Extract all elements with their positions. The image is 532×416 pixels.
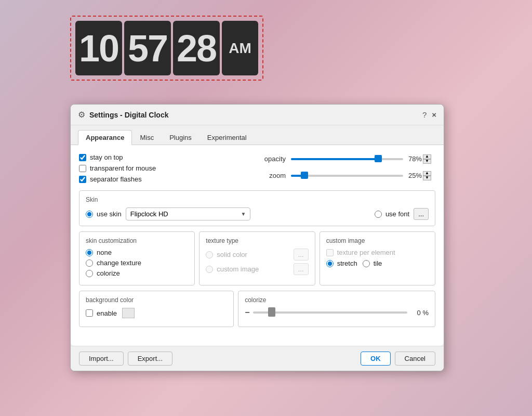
texture-custom-image-radio [206, 266, 213, 273]
use-skin-radio-row: use skin [86, 210, 122, 218]
opacity-spinner-down[interactable]: ▼ [423, 159, 431, 164]
colorize-thumb[interactable] [268, 307, 275, 317]
skin-row: use skin Flipclock HD ▼ use font ... [86, 207, 429, 220]
tile-radio-row: tile [363, 259, 382, 267]
bottom-row: background color enable colorize − 0 % [79, 291, 435, 332]
dialog-title: Settings - Digital Clock [89, 111, 422, 119]
font-dots-button[interactable]: ... [414, 208, 429, 220]
colorize-value: 0 % [410, 309, 429, 317]
sliders-column: opacity 78% ▲ ▼ zoom [257, 154, 435, 186]
transparent-mouse-checkbox[interactable] [79, 165, 86, 172]
texture-solid-dots-button: ... [294, 249, 309, 261]
settings-gear-icon: ⚙ [78, 110, 85, 120]
tile-label: tile [374, 259, 382, 267]
stay-on-top-checkbox[interactable] [79, 154, 86, 161]
skin-customization-panel: skin customization none change texture c… [79, 231, 195, 285]
separator-flashes-row: separator flashes [79, 175, 257, 183]
texture-solid-color-label: solid color [217, 251, 247, 258]
zoom-spinner-down[interactable]: ▼ [423, 176, 431, 180]
stretch-tile-row: stretch tile [326, 259, 429, 267]
skin-colorize-label: colorize [97, 269, 120, 277]
separator-flashes-checkbox[interactable] [79, 176, 86, 183]
texture-custom-image-label: custom image [217, 265, 259, 273]
background-color-title: background color [86, 296, 227, 304]
bg-enable-checkbox[interactable] [86, 309, 93, 317]
separator-flashes-label: separator flashes [90, 175, 142, 183]
zoom-value: 25% [408, 172, 422, 179]
skin-none-radio[interactable] [86, 249, 93, 256]
clock-seconds: 28 [173, 21, 220, 75]
opacity-label: opacity [257, 155, 286, 163]
skin-colorize-row: colorize [86, 269, 188, 277]
use-skin-radio[interactable] [86, 211, 93, 218]
export-button[interactable]: Export... [128, 352, 172, 366]
sub-panels-row: skin customization none change texture c… [79, 231, 435, 285]
tab-experimental[interactable]: Experimental [200, 130, 255, 145]
colorize-minus-icon[interactable]: − [245, 308, 249, 317]
custom-image-panel: custom image texture per element stretch… [320, 231, 435, 285]
texture-per-element-checkbox [326, 249, 334, 256]
cancel-button[interactable]: Cancel [395, 352, 435, 366]
settings-dialog: ⚙ Settings - Digital Clock ? × Appearanc… [70, 104, 444, 371]
colorize-track[interactable] [253, 311, 407, 314]
background-color-section: background color enable [79, 291, 234, 327]
colorize-slider-row: − 0 % [245, 308, 429, 317]
transparent-mouse-row: transparent for mouse [79, 164, 257, 172]
footer-left-buttons: Import... Export... [79, 352, 172, 366]
tile-radio[interactable] [363, 260, 370, 267]
skin-customization-title: skin customization [86, 237, 188, 244]
use-font-radio-row: use font [375, 210, 409, 218]
skin-none-row: none [86, 249, 188, 256]
texture-solid-color-radio [206, 251, 213, 258]
skin-section-title: Skin [86, 196, 429, 203]
colorize-section: colorize − 0 % [238, 291, 435, 327]
zoom-row: zoom 25% ▲ ▼ [257, 171, 435, 180]
tab-appearance[interactable]: Appearance [78, 130, 132, 145]
custom-image-title: custom image [326, 237, 429, 244]
zoom-thumb[interactable] [301, 172, 308, 179]
opacity-fill [291, 158, 378, 160]
use-skin-label: use skin [97, 210, 122, 218]
texture-per-element-label: texture per element [337, 249, 395, 256]
colorize-title: colorize [245, 296, 429, 304]
checkboxes-column: stay on top transparent for mouse separa… [79, 153, 257, 186]
tab-misc[interactable]: Misc [132, 130, 162, 145]
help-button[interactable]: ? [422, 110, 427, 119]
clock-hours: 10 [75, 21, 122, 75]
zoom-spinner[interactable]: ▲ ▼ [423, 171, 431, 180]
zoom-value-container: 25% ▲ ▼ [408, 171, 435, 180]
import-button[interactable]: Import... [79, 352, 124, 366]
use-font-label: use font [385, 210, 409, 218]
texture-image-dots-button: ... [294, 263, 309, 275]
opacity-thumb[interactable] [375, 155, 382, 162]
skin-change-texture-radio[interactable] [86, 259, 93, 267]
bg-color-swatch[interactable] [122, 308, 135, 318]
skin-change-texture-label: change texture [97, 259, 141, 267]
dialog-titlebar: ⚙ Settings - Digital Clock ? × [71, 105, 444, 125]
dialog-footer: Import... Export... OK Cancel [71, 346, 444, 371]
stay-on-top-label: stay on top [90, 153, 123, 161]
bg-enable-label: enable [97, 309, 117, 317]
texture-per-element-row: texture per element [326, 249, 429, 256]
dropdown-arrow-icon: ▼ [241, 211, 246, 217]
stretch-radio[interactable] [326, 260, 334, 267]
opacity-value: 78% [408, 155, 422, 163]
skin-change-texture-row: change texture [86, 259, 188, 267]
opacity-spinner[interactable]: ▲ ▼ [423, 154, 431, 164]
clock-ampm: AM [222, 21, 258, 75]
stretch-radio-row: stretch [326, 259, 357, 267]
texture-type-panel: texture type solid color ... custom imag… [199, 231, 315, 285]
ok-button[interactable]: OK [361, 352, 391, 366]
stretch-label: stretch [337, 259, 357, 267]
zoom-label: zoom [257, 172, 286, 179]
close-button[interactable]: × [432, 110, 436, 119]
skin-dropdown[interactable]: Flipclock HD ▼ [126, 207, 251, 220]
use-font-radio[interactable] [375, 211, 382, 218]
zoom-track[interactable] [291, 175, 403, 177]
skin-dropdown-value: Flipclock HD [130, 210, 241, 218]
skin-colorize-radio[interactable] [86, 270, 93, 277]
skin-none-label: none [97, 249, 112, 256]
opacity-track[interactable] [291, 158, 403, 160]
tab-plugins[interactable]: Plugins [162, 130, 200, 145]
clock-minutes: 57 [124, 21, 171, 75]
